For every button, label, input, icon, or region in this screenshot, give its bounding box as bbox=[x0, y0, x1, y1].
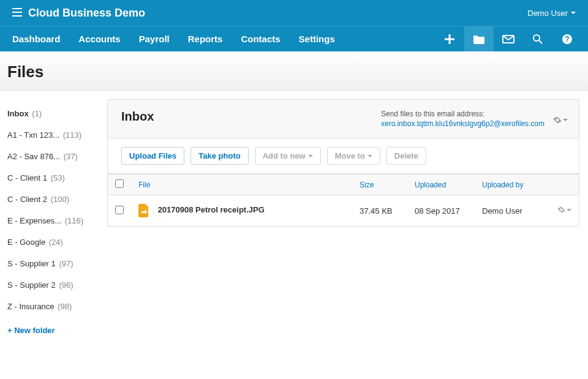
folder-count: (97) bbox=[59, 259, 73, 268]
app-title: Cloud Business Demo bbox=[28, 7, 527, 20]
folder-count: (37) bbox=[64, 152, 78, 161]
take-photo-button[interactable]: Take photo bbox=[190, 147, 248, 165]
folder-count: (113) bbox=[63, 130, 81, 140]
table-row[interactable]: 20170908 Petrol receipt.JPG 37.45 KB 08 … bbox=[108, 195, 579, 227]
folder-count: (1) bbox=[32, 109, 42, 118]
folder-count: (96) bbox=[59, 280, 73, 290]
svg-point-9 bbox=[533, 35, 540, 41]
nav-bar: Dashboard Accounts Payroll Reports Conta… bbox=[0, 26, 588, 51]
tab-reports[interactable]: Reports bbox=[188, 34, 223, 44]
folder-count: (98) bbox=[58, 302, 72, 311]
folder-label: Z - Insurance bbox=[7, 302, 55, 311]
svg-text:?: ? bbox=[565, 35, 569, 43]
folder-item[interactable]: A1 - Txn 123... (113) bbox=[7, 124, 101, 146]
caret-down-icon bbox=[571, 12, 576, 14]
nav-icon-buttons: ? bbox=[435, 26, 582, 51]
add-button[interactable] bbox=[435, 26, 464, 51]
folder-item[interactable]: E - Expenses... (116) bbox=[7, 210, 101, 231]
folder-item[interactable]: S - Supplier 2 (96) bbox=[7, 274, 101, 296]
row-actions-button[interactable] bbox=[557, 206, 571, 214]
file-image-icon bbox=[138, 204, 149, 217]
tab-accounts[interactable]: Accounts bbox=[78, 34, 120, 44]
file-name: 20170908 Petrol receipt.JPG bbox=[158, 205, 265, 214]
search-button[interactable] bbox=[523, 26, 552, 51]
folder-label: Inbox bbox=[7, 109, 29, 118]
upload-files-button[interactable]: Upload Files bbox=[121, 147, 184, 165]
page-title: Files bbox=[7, 62, 581, 81]
brand-bar: Cloud Business Demo Demo User bbox=[0, 0, 588, 26]
tab-contacts[interactable]: Contacts bbox=[241, 34, 280, 44]
notifications-button[interactable] bbox=[494, 26, 523, 51]
folder-label: S - Supplier 2 bbox=[7, 280, 56, 290]
email-area: Send files to this email address: xero.i… bbox=[381, 110, 568, 128]
files-button[interactable] bbox=[464, 26, 494, 51]
folder-item[interactable]: C - Client 1 (53) bbox=[7, 167, 101, 189]
folder-label: S - Supplier 1 bbox=[7, 259, 56, 268]
panel-heading: Inbox bbox=[121, 110, 154, 124]
row-checkbox[interactable] bbox=[115, 206, 124, 214]
panel-settings-button[interactable] bbox=[553, 116, 568, 124]
caret-down-icon bbox=[368, 155, 372, 157]
folder-label: A2 - Sav 876... bbox=[7, 152, 60, 161]
folder-inbox[interactable]: Inbox (1) bbox=[7, 103, 101, 124]
content-layout: Inbox (1) A1 - Txn 123... (113) A2 - Sav… bbox=[0, 91, 588, 356]
tab-dashboard[interactable]: Dashboard bbox=[12, 34, 60, 44]
col-uploaded[interactable]: Uploaded bbox=[407, 174, 475, 195]
new-folder-button[interactable]: + New folder bbox=[7, 317, 101, 343]
caret-down-icon bbox=[563, 119, 568, 121]
panel-header: Inbox Send files to this email address: … bbox=[107, 99, 579, 138]
file-uploaded: 08 Sep 2017 bbox=[407, 195, 475, 227]
folder-count: (100) bbox=[51, 195, 69, 204]
svg-point-4 bbox=[13, 11, 14, 12]
select-all-checkbox[interactable] bbox=[115, 179, 124, 188]
folder-label: E - Expenses... bbox=[7, 216, 61, 225]
folder-sidebar: Inbox (1) A1 - Txn 123... (113) A2 - Sav… bbox=[0, 91, 101, 356]
folder-count: (24) bbox=[49, 238, 63, 247]
file-size: 37.45 KB bbox=[352, 195, 407, 227]
folder-item[interactable]: C - Client 2 (100) bbox=[7, 189, 101, 210]
file-uploaded-by: Demo User bbox=[475, 195, 548, 227]
page-header: Files bbox=[0, 51, 588, 91]
col-uploaded-by[interactable]: Uploaded by bbox=[475, 174, 548, 195]
email-prompt: Send files to this email address: bbox=[381, 110, 545, 118]
help-button[interactable]: ? bbox=[552, 26, 582, 51]
folder-label: C - Client 1 bbox=[7, 173, 47, 182]
folder-label: A1 - Txn 123... bbox=[7, 130, 59, 140]
caret-down-icon bbox=[567, 209, 571, 211]
tab-settings[interactable]: Settings bbox=[299, 34, 335, 44]
file-toolbar: Upload Files Take photo Add to new Move … bbox=[107, 138, 579, 174]
button-label: Add to new bbox=[263, 151, 306, 160]
col-file[interactable]: File bbox=[131, 174, 352, 195]
inbox-email-link[interactable]: xero.inbox.tqttm.klu16vnkslgvg6p2@xerofi… bbox=[381, 119, 545, 128]
folder-item[interactable]: A2 - Sav 876... (37) bbox=[7, 146, 101, 167]
col-size[interactable]: Size bbox=[352, 174, 407, 195]
folder-item[interactable]: Z - Insurance (98) bbox=[7, 296, 101, 317]
folder-count: (116) bbox=[65, 216, 83, 225]
user-menu[interactable]: Demo User bbox=[527, 9, 576, 18]
nav-tabs: Dashboard Accounts Payroll Reports Conta… bbox=[12, 26, 435, 51]
folder-item[interactable]: S - Supplier 1 (97) bbox=[7, 253, 101, 274]
folder-label: E - Google bbox=[7, 238, 45, 247]
tab-payroll[interactable]: Payroll bbox=[139, 34, 170, 44]
select-all-header[interactable] bbox=[108, 174, 131, 195]
file-table-wrap: File Size Uploaded Uploaded by bbox=[107, 174, 579, 227]
add-to-new-button[interactable]: Add to new bbox=[255, 147, 321, 165]
main-panel: Inbox Send files to this email address: … bbox=[101, 91, 588, 356]
delete-button[interactable]: Delete bbox=[386, 147, 426, 165]
folder-count: (53) bbox=[51, 173, 65, 182]
move-to-button[interactable]: Move to bbox=[327, 147, 380, 165]
folder-label: C - Client 2 bbox=[7, 195, 47, 204]
caret-down-icon bbox=[308, 155, 313, 157]
svg-line-10 bbox=[539, 40, 542, 43]
folder-item[interactable]: E - Google (24) bbox=[7, 231, 101, 253]
button-label: Move to bbox=[335, 151, 365, 160]
menu-toggle-icon[interactable] bbox=[12, 8, 22, 18]
user-name: Demo User bbox=[527, 9, 568, 18]
svg-rect-7 bbox=[445, 38, 454, 40]
col-actions bbox=[548, 174, 579, 195]
file-table: File Size Uploaded Uploaded by bbox=[108, 174, 579, 226]
